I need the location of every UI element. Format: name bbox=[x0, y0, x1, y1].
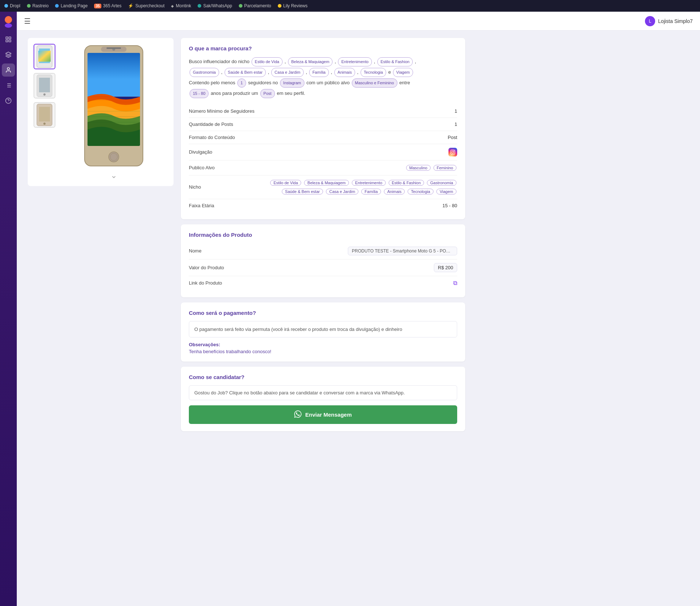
niche-tag-fashion: Estilo & Fashion bbox=[377, 57, 413, 66]
nicho-tag-4: Estilo & Fashion bbox=[389, 180, 424, 186]
sidebar-item-layers[interactable] bbox=[2, 48, 15, 61]
sidebar-item-list[interactable] bbox=[2, 79, 15, 92]
product-name-label: Nome bbox=[189, 248, 202, 254]
tab-sak[interactable]: Sak/WhatsApp bbox=[198, 3, 232, 8]
audience-row: Publico Alvo Masculino Feminino bbox=[189, 161, 457, 175]
audience-label: Publico Alvo bbox=[189, 165, 215, 170]
apply-title: Como se candidatar? bbox=[189, 374, 457, 380]
desc-prefix: Busco influenciador do nicho bbox=[189, 59, 251, 64]
niche-tag-tech: Tecnologia bbox=[361, 68, 386, 77]
thumbnail-1[interactable] bbox=[34, 44, 55, 69]
svg-point-43 bbox=[454, 150, 454, 151]
niche-tag-saude: Saúde & Bem estar bbox=[225, 68, 266, 77]
product-info-title: Informações do Produto bbox=[189, 232, 457, 238]
send-message-label: Enviar Mensagem bbox=[305, 412, 352, 418]
tab-montink[interactable]: ◆ Montink bbox=[171, 3, 191, 8]
thumbnail-3[interactable] bbox=[34, 102, 55, 128]
follower-count: 1 bbox=[237, 78, 246, 88]
platform-tag: Instagram bbox=[280, 78, 304, 88]
send-message-button[interactable]: Enviar Mensagem bbox=[189, 405, 457, 424]
niche-tag-estilo: Estilo de Vida bbox=[252, 57, 283, 66]
sidebar-item-user[interactable] bbox=[2, 63, 15, 77]
sidebar-logo bbox=[2, 15, 15, 28]
niche-tag-familia: Família bbox=[309, 68, 329, 77]
payment-text: O pagamento será feito via permuta (você… bbox=[189, 321, 457, 338]
apply-card: Como se candidatar? Gostou do Job? Cliqu… bbox=[181, 367, 465, 431]
svg-point-1 bbox=[5, 23, 12, 28]
svg-point-0 bbox=[5, 16, 12, 23]
svg-rect-20 bbox=[39, 78, 50, 92]
svg-rect-28 bbox=[88, 53, 140, 97]
min-followers-label: Número Mínimo de Seguidores bbox=[189, 108, 254, 114]
thumbnail-list bbox=[34, 44, 55, 180]
tab-365artes[interactable]: 35 365 Artes bbox=[94, 3, 121, 8]
obs-text: Tenha benefícios trabalhando conosco! bbox=[189, 349, 457, 354]
main-product-image: ⌄ bbox=[60, 44, 168, 180]
thumbnail-2[interactable] bbox=[34, 73, 55, 99]
payment-title: Como será o pagamento? bbox=[189, 310, 457, 316]
nicho-tag-11: Viagem bbox=[436, 189, 456, 194]
tab-rastreio[interactable]: Rastreio bbox=[27, 3, 49, 8]
nicho-tag-8: Família bbox=[361, 189, 381, 194]
product-name-row: Nome PRODUTO TESTE - Smartphone Moto G 5… bbox=[189, 243, 457, 259]
svg-point-24 bbox=[43, 123, 46, 125]
tab-dropl[interactable]: Dropl bbox=[4, 3, 20, 8]
product-info-card: Informações do Produto Nome PRODUTO TEST… bbox=[181, 224, 465, 297]
brand-looking-title: O que a marca procura? bbox=[189, 45, 457, 51]
menu-icon[interactable]: ☰ bbox=[24, 17, 31, 26]
svg-rect-41 bbox=[451, 150, 455, 154]
avatar: L bbox=[645, 16, 655, 26]
external-link-icon[interactable]: ⧉ bbox=[453, 280, 457, 286]
format-tag: Post bbox=[260, 89, 275, 98]
right-panel: O que a marca procura? Busco influenciad… bbox=[181, 38, 465, 431]
tab-landing-page[interactable]: Landing Page bbox=[55, 3, 88, 8]
age-range-row: Faixa Etária 15 - 80 bbox=[189, 199, 457, 212]
tab-supercheckout[interactable]: ⚡ Supercheckout bbox=[128, 3, 164, 8]
obs-label: Observações: bbox=[189, 342, 457, 347]
niche-tag-gastro: Gastronomia bbox=[190, 68, 219, 77]
product-price-row: Valor do Produto R$ 200 bbox=[189, 259, 457, 276]
brand-looking-card: O que a marca procura? Busco influenciad… bbox=[181, 38, 465, 219]
qty-posts-value: 1 bbox=[455, 121, 457, 127]
audience-tags: Masculino Feminino bbox=[405, 164, 457, 171]
nicho-tag-9: Animais bbox=[384, 189, 405, 194]
niche-label: Nicho bbox=[189, 184, 201, 190]
audience-tag: Masculino e Feminino bbox=[352, 78, 397, 88]
svg-rect-38 bbox=[106, 47, 121, 49]
svg-point-21 bbox=[43, 93, 46, 96]
age-range-tag: 15 - 80 bbox=[190, 89, 209, 98]
niche-row: Nicho Estilo de Vida Beleza & Maquiagem … bbox=[189, 175, 457, 199]
topbar: Dropl Rastreio Landing Page 35 365 Artes… bbox=[0, 0, 700, 12]
tab-parcelamento[interactable]: Parcelamento bbox=[239, 3, 271, 8]
niche-tag-animais: Animais bbox=[334, 68, 355, 77]
nicho-tag-1: Estilo de Vida bbox=[270, 180, 301, 186]
qty-posts-label: Quantidade de Posts bbox=[189, 121, 233, 127]
sidebar-item-help[interactable] bbox=[2, 94, 15, 107]
niche-tag-beleza: Beleza & Maquiagem bbox=[288, 57, 333, 66]
product-link-row: Link do Produto ⧉ bbox=[189, 276, 457, 290]
sidebar-item-home[interactable] bbox=[2, 33, 15, 46]
payment-card: Como será o pagamento? O pagamento será … bbox=[181, 302, 465, 362]
svg-rect-5 bbox=[9, 40, 11, 42]
svg-point-7 bbox=[7, 67, 9, 70]
min-followers-value: 1 bbox=[455, 108, 457, 114]
content-format-label: Formato do Conteúdo bbox=[189, 135, 235, 140]
nicho-tag-6: Saúde & Bem estar bbox=[282, 189, 323, 194]
content-format-row: Formato do Conteúdo Post bbox=[189, 131, 457, 144]
tab-lily-reviews[interactable]: Lily Reviews bbox=[278, 3, 308, 8]
brand-description: Busco influenciador do nicho Estilo de V… bbox=[189, 57, 457, 99]
niche-tag-casa: Casa e Jardim bbox=[271, 68, 304, 77]
chevron-down-icon[interactable]: ⌄ bbox=[110, 171, 117, 180]
nicho-tag-3: Entretenimento bbox=[352, 180, 386, 186]
svg-marker-6 bbox=[6, 52, 11, 55]
header-user: L Lojista Simplo7 bbox=[645, 16, 693, 26]
svg-rect-3 bbox=[9, 37, 11, 39]
whatsapp-icon bbox=[294, 410, 302, 419]
age-range-value: 15 - 80 bbox=[443, 203, 457, 208]
age-range-label: Faixa Etária bbox=[189, 203, 214, 208]
svg-point-42 bbox=[452, 151, 454, 153]
nicho-tag-2: Beleza & Maquiagem bbox=[304, 180, 349, 186]
user-name: Lojista Simplo7 bbox=[658, 18, 693, 24]
svg-rect-4 bbox=[6, 40, 8, 42]
qty-posts-row: Quantidade de Posts 1 bbox=[189, 118, 457, 131]
